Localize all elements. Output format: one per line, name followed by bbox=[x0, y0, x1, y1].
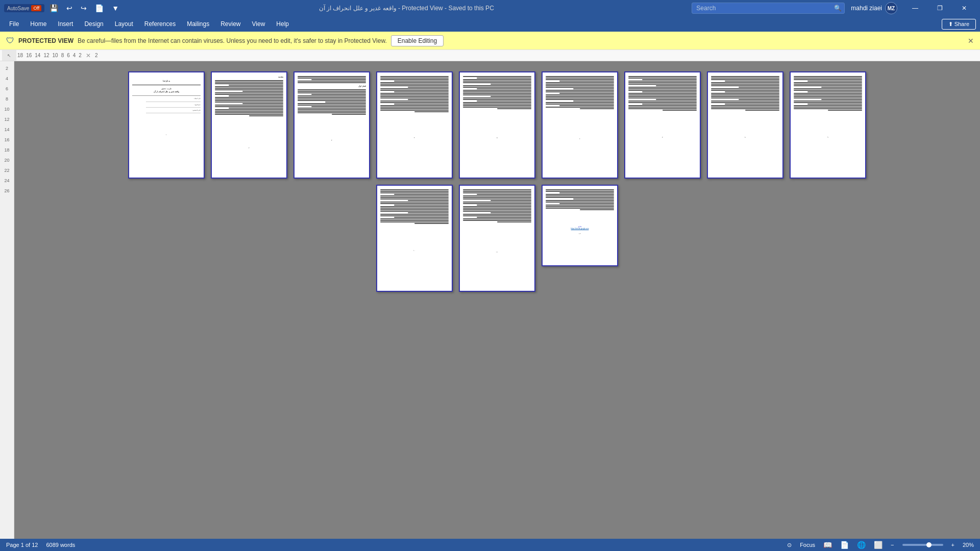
page-row-1: به نام خدا طرح تحقیق واقعه غدیر و علل ان… bbox=[30, 71, 965, 179]
ruler-mark-14: 14 bbox=[34, 53, 41, 58]
web-layout-icon[interactable]: 🌐 bbox=[857, 541, 866, 549]
save-icon[interactable]: 💾 bbox=[47, 3, 60, 13]
page-7-content: ۷ bbox=[625, 72, 700, 141]
share-button[interactable]: ⬆ Share bbox=[942, 19, 976, 30]
protected-view-message: Be careful—files from the Internet can c… bbox=[78, 37, 387, 44]
page-10-content: ۱۰ bbox=[377, 186, 452, 255]
close-protected-bar[interactable]: ✕ bbox=[968, 37, 974, 45]
status-bar-right: ⊙ Focus 📖 📄 🌐 ⬜ − + 20% bbox=[787, 541, 974, 549]
autosave-label: AutoSave bbox=[7, 6, 29, 11]
doc-page-9[interactable]: ۹ bbox=[790, 71, 866, 179]
minimize-button[interactable]: — bbox=[903, 0, 927, 16]
ruler-mark-6: 6 bbox=[66, 53, 71, 58]
ruler-mark-10: 10 bbox=[52, 53, 59, 58]
ruler-mark-4: 4 bbox=[72, 53, 77, 58]
title-bar: AutoSave Off 💾 ↩ ↪ 📄 ▼ واقعه غدیر و علل … bbox=[0, 0, 980, 16]
menu-insert[interactable]: Insert bbox=[53, 18, 78, 30]
v-mark-20: 20 bbox=[4, 155, 9, 165]
focus-icon[interactable]: ⊙ bbox=[787, 542, 792, 548]
ruler-marker: ✕ bbox=[86, 52, 91, 59]
v-mark-12: 12 bbox=[4, 114, 9, 124]
menu-home[interactable]: Home bbox=[25, 18, 52, 30]
v-mark-22: 22 bbox=[4, 165, 9, 176]
menu-design[interactable]: Design bbox=[79, 18, 108, 30]
customize-icon[interactable]: ▼ bbox=[110, 3, 121, 13]
page-12-content: منابع https://scholar.google.com ۱۲ bbox=[543, 186, 617, 238]
word-count: 6089 words bbox=[46, 542, 75, 548]
ruler-mark-16: 16 bbox=[25, 53, 33, 58]
menu-file[interactable]: File bbox=[4, 18, 24, 30]
title-bar-quick-access: 💾 ↩ ↪ 📄 ▼ bbox=[47, 3, 121, 13]
menu-references[interactable]: References bbox=[139, 18, 181, 30]
ruler-mark-18: 18 bbox=[16, 53, 24, 58]
title-bar-left: AutoSave Off 💾 ↩ ↪ 📄 ▼ bbox=[4, 3, 121, 13]
user-avatar[interactable]: MZ bbox=[885, 2, 897, 14]
menu-view[interactable]: View bbox=[247, 18, 271, 30]
zoom-level[interactable]: 20% bbox=[963, 542, 974, 548]
doc-page-1[interactable]: به نام خدا طرح تحقیق واقعه غدیر و علل ان… bbox=[128, 71, 205, 179]
status-bar: Page 1 of 12 6089 words ⊙ Focus 📖 📄 🌐 ⬜ … bbox=[0, 539, 980, 551]
page-9-content: ۹ bbox=[791, 72, 865, 141]
search-wrapper[interactable]: 🔍 bbox=[692, 3, 845, 14]
restore-button[interactable]: ❐ bbox=[928, 0, 951, 16]
zoom-slider[interactable] bbox=[902, 544, 943, 546]
document-title: واقعه غدیر و علل انحراف از آن - Protecte… bbox=[121, 5, 692, 12]
main-area: 2 4 6 8 10 12 14 16 18 20 22 24 26 به نا… bbox=[0, 61, 980, 539]
doc-page-11[interactable]: ۱۱ bbox=[459, 185, 535, 292]
document-area[interactable]: به نام خدا طرح تحقیق واقعه غدیر و علل ان… bbox=[14, 61, 980, 539]
user-name: mahdi ziaei bbox=[851, 5, 882, 12]
doc-page-12[interactable]: منابع https://scholar.google.com ۱۲ bbox=[542, 185, 618, 266]
doc-page-7[interactable]: ۷ bbox=[624, 71, 701, 179]
v-mark-4: 4 bbox=[6, 73, 8, 84]
doc-page-5[interactable]: ۵ bbox=[459, 71, 535, 179]
v-mark-24: 24 bbox=[4, 176, 9, 186]
menu-review[interactable]: Review bbox=[215, 18, 246, 30]
share-icon: ⬆ bbox=[948, 21, 953, 27]
doc-page-4[interactable]: ۴ bbox=[376, 71, 453, 179]
page-4-content: ۴ bbox=[377, 72, 452, 142]
close-button[interactable]: ✕ bbox=[952, 0, 976, 16]
v-mark-6: 6 bbox=[6, 84, 8, 94]
read-mode-icon[interactable]: 📖 bbox=[823, 541, 832, 549]
page-row-2: ۱۰ bbox=[30, 185, 965, 292]
doc-page-8[interactable]: ۸ bbox=[707, 71, 783, 179]
autosave-badge[interactable]: AutoSave Off bbox=[4, 4, 44, 12]
page-11-content: ۱۱ bbox=[460, 186, 534, 256]
doc-page-3[interactable]: فصل اول bbox=[293, 71, 370, 179]
horizontal-ruler: ↖ 18 16 14 12 10 8 6 4 2 ✕ 2 bbox=[0, 50, 980, 61]
menu-bar: File Home Insert Design Layout Reference… bbox=[0, 16, 980, 32]
autosave-state[interactable]: Off bbox=[31, 5, 41, 11]
v-mark-26: 26 bbox=[4, 186, 9, 196]
enable-editing-button[interactable]: Enable Editing bbox=[391, 35, 444, 46]
new-doc-icon[interactable]: 📄 bbox=[93, 3, 106, 13]
shield-icon: 🛡 bbox=[6, 36, 14, 45]
focus-view-icon[interactable]: ⬜ bbox=[874, 541, 883, 549]
v-mark-8: 8 bbox=[6, 94, 8, 104]
page-1-content: به نام خدا طرح تحقیق واقعه غدیر و علل ان… bbox=[129, 72, 204, 139]
redo-icon[interactable]: ↪ bbox=[79, 3, 89, 13]
undo-icon[interactable]: ↩ bbox=[64, 3, 75, 13]
v-mark-2: 2 bbox=[6, 63, 8, 73]
user-info[interactable]: mahdi ziaei MZ bbox=[851, 2, 897, 14]
doc-page-6[interactable]: ۶ bbox=[542, 71, 618, 179]
doc-page-10[interactable]: ۱۰ bbox=[376, 185, 453, 292]
doc-page-2[interactable]: مقدمه bbox=[211, 71, 287, 179]
page-5-content: ۵ bbox=[460, 72, 534, 142]
zoom-in-icon[interactable]: + bbox=[951, 542, 954, 548]
ruler-marks: 18 16 14 12 10 8 6 4 2 ✕ 2 bbox=[16, 52, 99, 59]
menu-layout[interactable]: Layout bbox=[110, 18, 138, 30]
print-layout-icon[interactable]: 📄 bbox=[840, 541, 849, 549]
vertical-ruler: 2 4 6 8 10 12 14 16 18 20 22 24 26 bbox=[0, 61, 14, 539]
ruler-mark-8: 8 bbox=[60, 53, 65, 58]
search-icon: 🔍 bbox=[834, 5, 842, 12]
v-mark-10: 10 bbox=[4, 104, 9, 114]
zoom-out-icon[interactable]: − bbox=[891, 542, 894, 548]
menu-help[interactable]: Help bbox=[271, 18, 294, 30]
page-6-content: ۶ bbox=[543, 72, 617, 143]
search-input[interactable] bbox=[692, 3, 845, 14]
menu-mailings[interactable]: Mailings bbox=[182, 18, 214, 30]
page-8-content: ۸ bbox=[708, 72, 782, 141]
ruler-corner: ↖ bbox=[2, 50, 16, 61]
page-info: Page 1 of 12 bbox=[6, 542, 38, 548]
focus-label[interactable]: Focus bbox=[800, 542, 815, 548]
